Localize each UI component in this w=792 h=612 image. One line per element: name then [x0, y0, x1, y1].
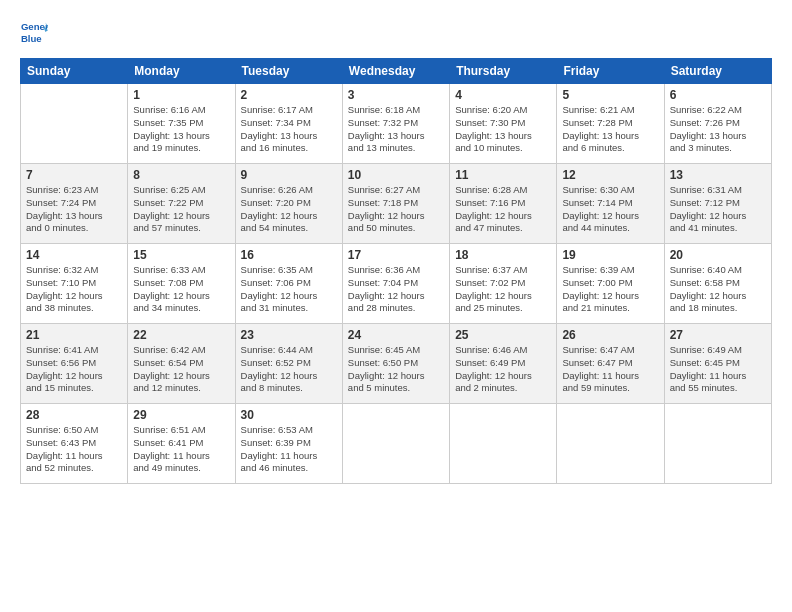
- day-info: Sunrise: 6:42 AM Sunset: 6:54 PM Dayligh…: [133, 344, 229, 395]
- calendar-cell: 29Sunrise: 6:51 AM Sunset: 6:41 PM Dayli…: [128, 404, 235, 484]
- day-info: Sunrise: 6:21 AM Sunset: 7:28 PM Dayligh…: [562, 104, 658, 155]
- day-number: 6: [670, 88, 766, 102]
- calendar-cell: [664, 404, 771, 484]
- logo-icon: General Blue: [20, 18, 48, 46]
- day-number: 23: [241, 328, 337, 342]
- day-info: Sunrise: 6:25 AM Sunset: 7:22 PM Dayligh…: [133, 184, 229, 235]
- calendar-cell: 15Sunrise: 6:33 AM Sunset: 7:08 PM Dayli…: [128, 244, 235, 324]
- calendar-cell: 16Sunrise: 6:35 AM Sunset: 7:06 PM Dayli…: [235, 244, 342, 324]
- day-number: 29: [133, 408, 229, 422]
- day-number: 18: [455, 248, 551, 262]
- day-number: 30: [241, 408, 337, 422]
- day-info: Sunrise: 6:46 AM Sunset: 6:49 PM Dayligh…: [455, 344, 551, 395]
- day-number: 12: [562, 168, 658, 182]
- day-number: 24: [348, 328, 444, 342]
- calendar-cell: 13Sunrise: 6:31 AM Sunset: 7:12 PM Dayli…: [664, 164, 771, 244]
- day-info: Sunrise: 6:28 AM Sunset: 7:16 PM Dayligh…: [455, 184, 551, 235]
- day-info: Sunrise: 6:49 AM Sunset: 6:45 PM Dayligh…: [670, 344, 766, 395]
- day-info: Sunrise: 6:23 AM Sunset: 7:24 PM Dayligh…: [26, 184, 122, 235]
- day-info: Sunrise: 6:47 AM Sunset: 6:47 PM Dayligh…: [562, 344, 658, 395]
- calendar-cell: 19Sunrise: 6:39 AM Sunset: 7:00 PM Dayli…: [557, 244, 664, 324]
- calendar-cell: [450, 404, 557, 484]
- calendar-cell: 8Sunrise: 6:25 AM Sunset: 7:22 PM Daylig…: [128, 164, 235, 244]
- day-info: Sunrise: 6:40 AM Sunset: 6:58 PM Dayligh…: [670, 264, 766, 315]
- day-number: 16: [241, 248, 337, 262]
- calendar-cell: 24Sunrise: 6:45 AM Sunset: 6:50 PM Dayli…: [342, 324, 449, 404]
- day-number: 7: [26, 168, 122, 182]
- calendar-cell: 1Sunrise: 6:16 AM Sunset: 7:35 PM Daylig…: [128, 84, 235, 164]
- weekday-thursday: Thursday: [450, 59, 557, 84]
- day-number: 1: [133, 88, 229, 102]
- day-number: 25: [455, 328, 551, 342]
- calendar-row-1: 7Sunrise: 6:23 AM Sunset: 7:24 PM Daylig…: [21, 164, 772, 244]
- svg-text:Blue: Blue: [21, 33, 42, 44]
- day-info: Sunrise: 6:17 AM Sunset: 7:34 PM Dayligh…: [241, 104, 337, 155]
- calendar-cell: 21Sunrise: 6:41 AM Sunset: 6:56 PM Dayli…: [21, 324, 128, 404]
- day-number: 13: [670, 168, 766, 182]
- calendar-row-0: 1Sunrise: 6:16 AM Sunset: 7:35 PM Daylig…: [21, 84, 772, 164]
- calendar-cell: [342, 404, 449, 484]
- day-info: Sunrise: 6:51 AM Sunset: 6:41 PM Dayligh…: [133, 424, 229, 475]
- day-number: 8: [133, 168, 229, 182]
- weekday-tuesday: Tuesday: [235, 59, 342, 84]
- day-number: 14: [26, 248, 122, 262]
- day-number: 22: [133, 328, 229, 342]
- day-number: 20: [670, 248, 766, 262]
- day-number: 26: [562, 328, 658, 342]
- day-info: Sunrise: 6:37 AM Sunset: 7:02 PM Dayligh…: [455, 264, 551, 315]
- calendar-cell: 2Sunrise: 6:17 AM Sunset: 7:34 PM Daylig…: [235, 84, 342, 164]
- header: General Blue: [20, 18, 772, 46]
- day-number: 11: [455, 168, 551, 182]
- day-info: Sunrise: 6:18 AM Sunset: 7:32 PM Dayligh…: [348, 104, 444, 155]
- weekday-monday: Monday: [128, 59, 235, 84]
- day-info: Sunrise: 6:16 AM Sunset: 7:35 PM Dayligh…: [133, 104, 229, 155]
- day-info: Sunrise: 6:32 AM Sunset: 7:10 PM Dayligh…: [26, 264, 122, 315]
- day-info: Sunrise: 6:45 AM Sunset: 6:50 PM Dayligh…: [348, 344, 444, 395]
- day-number: 17: [348, 248, 444, 262]
- calendar-row-3: 21Sunrise: 6:41 AM Sunset: 6:56 PM Dayli…: [21, 324, 772, 404]
- day-info: Sunrise: 6:50 AM Sunset: 6:43 PM Dayligh…: [26, 424, 122, 475]
- day-info: Sunrise: 6:35 AM Sunset: 7:06 PM Dayligh…: [241, 264, 337, 315]
- day-number: 9: [241, 168, 337, 182]
- weekday-saturday: Saturday: [664, 59, 771, 84]
- calendar-cell: 6Sunrise: 6:22 AM Sunset: 7:26 PM Daylig…: [664, 84, 771, 164]
- calendar-row-4: 28Sunrise: 6:50 AM Sunset: 6:43 PM Dayli…: [21, 404, 772, 484]
- day-info: Sunrise: 6:44 AM Sunset: 6:52 PM Dayligh…: [241, 344, 337, 395]
- day-number: 15: [133, 248, 229, 262]
- day-number: 28: [26, 408, 122, 422]
- calendar-cell: 23Sunrise: 6:44 AM Sunset: 6:52 PM Dayli…: [235, 324, 342, 404]
- weekday-friday: Friday: [557, 59, 664, 84]
- calendar-cell: 10Sunrise: 6:27 AM Sunset: 7:18 PM Dayli…: [342, 164, 449, 244]
- day-info: Sunrise: 6:26 AM Sunset: 7:20 PM Dayligh…: [241, 184, 337, 235]
- day-number: 4: [455, 88, 551, 102]
- calendar-cell: 9Sunrise: 6:26 AM Sunset: 7:20 PM Daylig…: [235, 164, 342, 244]
- calendar-cell: 26Sunrise: 6:47 AM Sunset: 6:47 PM Dayli…: [557, 324, 664, 404]
- weekday-sunday: Sunday: [21, 59, 128, 84]
- day-info: Sunrise: 6:31 AM Sunset: 7:12 PM Dayligh…: [670, 184, 766, 235]
- calendar-cell: 28Sunrise: 6:50 AM Sunset: 6:43 PM Dayli…: [21, 404, 128, 484]
- day-info: Sunrise: 6:33 AM Sunset: 7:08 PM Dayligh…: [133, 264, 229, 315]
- calendar-cell: 14Sunrise: 6:32 AM Sunset: 7:10 PM Dayli…: [21, 244, 128, 324]
- calendar-cell: 5Sunrise: 6:21 AM Sunset: 7:28 PM Daylig…: [557, 84, 664, 164]
- day-number: 3: [348, 88, 444, 102]
- day-info: Sunrise: 6:36 AM Sunset: 7:04 PM Dayligh…: [348, 264, 444, 315]
- calendar-cell: [557, 404, 664, 484]
- calendar-cell: 18Sunrise: 6:37 AM Sunset: 7:02 PM Dayli…: [450, 244, 557, 324]
- calendar-cell: 17Sunrise: 6:36 AM Sunset: 7:04 PM Dayli…: [342, 244, 449, 324]
- calendar-row-2: 14Sunrise: 6:32 AM Sunset: 7:10 PM Dayli…: [21, 244, 772, 324]
- day-number: 19: [562, 248, 658, 262]
- calendar-cell: 20Sunrise: 6:40 AM Sunset: 6:58 PM Dayli…: [664, 244, 771, 324]
- calendar-cell: 30Sunrise: 6:53 AM Sunset: 6:39 PM Dayli…: [235, 404, 342, 484]
- page: General Blue SundayMondayTuesdayWednesda…: [0, 0, 792, 612]
- day-number: 21: [26, 328, 122, 342]
- calendar-cell: 12Sunrise: 6:30 AM Sunset: 7:14 PM Dayli…: [557, 164, 664, 244]
- day-number: 10: [348, 168, 444, 182]
- day-number: 2: [241, 88, 337, 102]
- weekday-header-row: SundayMondayTuesdayWednesdayThursdayFrid…: [21, 59, 772, 84]
- day-number: 27: [670, 328, 766, 342]
- calendar-cell: 4Sunrise: 6:20 AM Sunset: 7:30 PM Daylig…: [450, 84, 557, 164]
- day-info: Sunrise: 6:53 AM Sunset: 6:39 PM Dayligh…: [241, 424, 337, 475]
- calendar-table: SundayMondayTuesdayWednesdayThursdayFrid…: [20, 58, 772, 484]
- calendar-cell: 25Sunrise: 6:46 AM Sunset: 6:49 PM Dayli…: [450, 324, 557, 404]
- day-info: Sunrise: 6:20 AM Sunset: 7:30 PM Dayligh…: [455, 104, 551, 155]
